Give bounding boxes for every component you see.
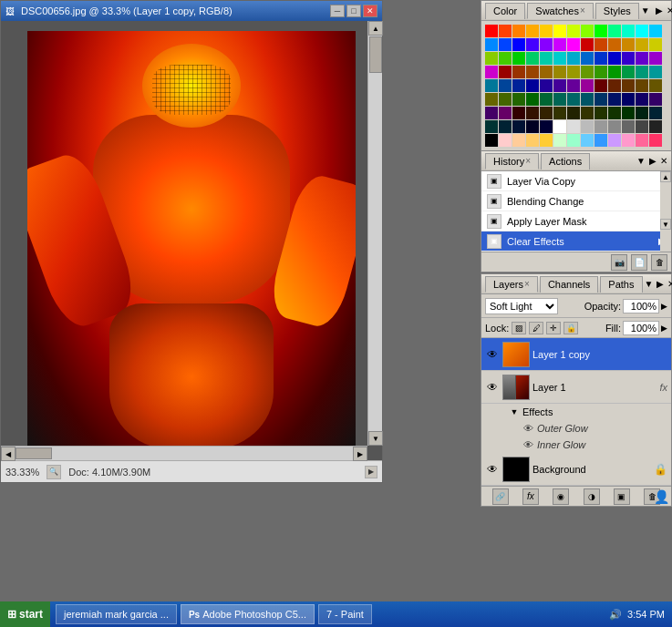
- swatch[interactable]: [636, 79, 648, 92]
- tab-paths[interactable]: Paths: [600, 276, 642, 293]
- swatch[interactable]: [512, 93, 525, 106]
- swatch[interactable]: [540, 93, 553, 106]
- swatch[interactable]: [499, 66, 512, 78]
- taskbar-item-garcia[interactable]: jeremiah mark garcia ...: [56, 604, 177, 624]
- swatch[interactable]: [499, 52, 512, 65]
- opacity-arrow[interactable]: ▶: [661, 302, 667, 311]
- layer-item-background[interactable]: 👁 Background 🔒: [481, 453, 671, 486]
- image-window[interactable]: 🖼 DSC00656.jpg @ 33.3% (Layer 1 copy, RG…: [0, 0, 383, 483]
- swatch[interactable]: [622, 66, 635, 78]
- swatch[interactable]: [567, 38, 580, 51]
- swatch[interactable]: [553, 93, 566, 106]
- swatch[interactable]: [512, 52, 525, 65]
- opacity-value[interactable]: 100%: [623, 299, 659, 314]
- inner-glow-row[interactable]: 👁 Inner Glow: [481, 437, 671, 453]
- swatch[interactable]: [636, 52, 648, 65]
- swatch[interactable]: [594, 79, 607, 92]
- swatch[interactable]: [499, 93, 512, 106]
- swatch[interactable]: [649, 66, 662, 78]
- tab-color[interactable]: Color: [485, 3, 525, 19]
- swatch[interactable]: [540, 120, 553, 133]
- layers-mask-icon[interactable]: ◉: [553, 488, 569, 505]
- swatch[interactable]: [649, 120, 662, 133]
- swatch[interactable]: [581, 79, 594, 92]
- swatch[interactable]: [526, 107, 539, 119]
- swatch[interactable]: [499, 107, 512, 119]
- swatch[interactable]: [649, 25, 662, 37]
- swatch[interactable]: [485, 79, 498, 92]
- panel-options-btn[interactable]: ▶: [656, 5, 663, 15]
- taskbar-item-photoshop[interactable]: Ps Adobe Photoshop C5...: [181, 604, 315, 624]
- history-collapse-btn[interactable]: ▼: [636, 156, 646, 166]
- vertical-scrollbar[interactable]: ▲ ▼: [367, 21, 382, 446]
- swatch[interactable]: [649, 79, 662, 92]
- window-controls[interactable]: ─ □ ✕: [330, 5, 377, 17]
- fill-arrow[interactable]: ▶: [661, 324, 667, 333]
- swatch[interactable]: [581, 52, 594, 65]
- swatch[interactable]: [581, 120, 594, 133]
- panel-close-x[interactable]: ✕: [667, 5, 672, 15]
- swatch[interactable]: [636, 134, 648, 147]
- history-scroll-down[interactable]: ▼: [660, 219, 671, 230]
- layers-adjustment-icon[interactable]: ◑: [584, 488, 600, 505]
- swatch[interactable]: [540, 134, 553, 147]
- swatch[interactable]: [608, 79, 621, 92]
- history-scroll-up[interactable]: ▲: [660, 171, 671, 182]
- swatch[interactable]: [540, 38, 553, 51]
- history-delete[interactable]: 🗑: [651, 254, 667, 271]
- swatch[interactable]: [622, 134, 635, 147]
- swatch[interactable]: [553, 107, 566, 119]
- swatch[interactable]: [581, 134, 594, 147]
- swatch[interactable]: [622, 93, 635, 106]
- swatch[interactable]: [622, 120, 635, 133]
- swatch[interactable]: [567, 66, 580, 78]
- history-new-snapshot[interactable]: 📷: [611, 254, 627, 271]
- swatch[interactable]: [608, 25, 621, 37]
- layers-options-btn[interactable]: ▶: [656, 279, 664, 289]
- swatch[interactable]: [567, 25, 580, 37]
- swatch[interactable]: [622, 52, 635, 65]
- swatch[interactable]: [553, 120, 566, 133]
- swatch[interactable]: [485, 52, 498, 65]
- swatch[interactable]: [636, 120, 648, 133]
- history-scrollbar[interactable]: ▲ ▼: [660, 171, 671, 252]
- swatch[interactable]: [581, 93, 594, 106]
- swatch[interactable]: [608, 134, 621, 147]
- swatch[interactable]: [567, 93, 580, 106]
- swatch[interactable]: [608, 52, 621, 65]
- swatch[interactable]: [526, 66, 539, 78]
- panel-collapse-btn[interactable]: ▼: [641, 5, 650, 15]
- swatch[interactable]: [622, 79, 635, 92]
- swatch[interactable]: [512, 120, 525, 133]
- swatch[interactable]: [594, 38, 607, 51]
- swatch[interactable]: [526, 79, 539, 92]
- layers-fx-icon[interactable]: fx: [522, 488, 539, 505]
- swatch[interactable]: [649, 52, 662, 65]
- swatch[interactable]: [567, 79, 580, 92]
- swatch[interactable]: [567, 134, 580, 147]
- swatch[interactable]: [512, 79, 525, 92]
- tab-styles[interactable]: Styles: [595, 3, 639, 19]
- swatch[interactable]: [485, 93, 498, 106]
- swatch[interactable]: [553, 25, 566, 37]
- swatch[interactable]: [540, 79, 553, 92]
- layers-close-x[interactable]: ✕: [667, 279, 672, 289]
- swatch[interactable]: [636, 38, 648, 51]
- tab-actions[interactable]: Actions: [541, 153, 590, 170]
- swatch[interactable]: [567, 120, 580, 133]
- zoom-icon[interactable]: 🔍: [47, 465, 61, 479]
- swatch[interactable]: [485, 134, 498, 147]
- swatch[interactable]: [649, 134, 662, 147]
- swatch[interactable]: [499, 25, 512, 37]
- swatch[interactable]: [512, 134, 525, 147]
- swatch[interactable]: [553, 134, 566, 147]
- swatch[interactable]: [594, 52, 607, 65]
- swatch[interactable]: [594, 134, 607, 147]
- swatch[interactable]: [649, 107, 662, 119]
- swatch[interactable]: [608, 93, 621, 106]
- swatch[interactable]: [553, 38, 566, 51]
- swatch[interactable]: [526, 120, 539, 133]
- history-item[interactable]: ▣Apply Layer Mask: [481, 211, 671, 231]
- swatch[interactable]: [485, 120, 498, 133]
- swatch[interactable]: [553, 52, 566, 65]
